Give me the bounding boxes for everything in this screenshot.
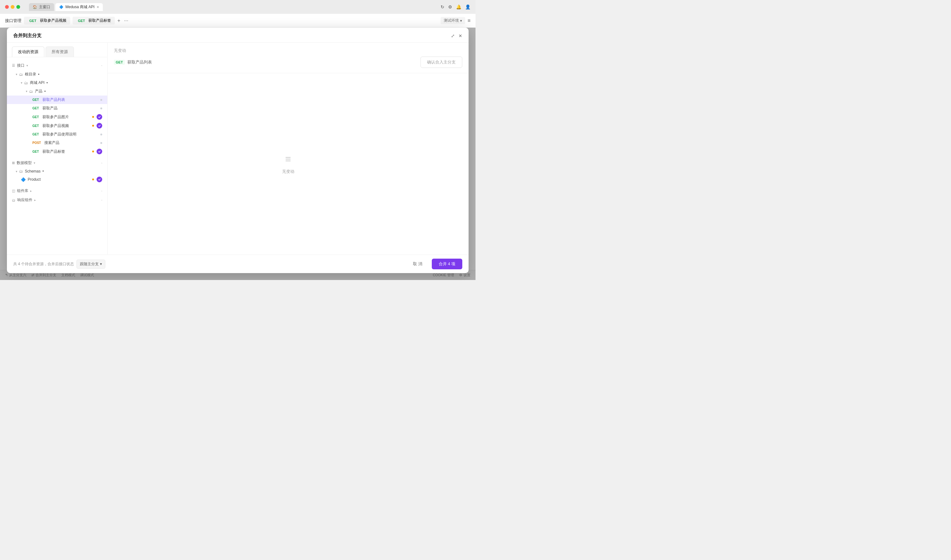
- tree-mallapi-folder[interactable]: ▾ 🗂 商城 API •: [7, 78, 107, 87]
- interface-dot: •: [101, 64, 102, 67]
- tree-schemas-folder[interactable]: ▾ 🗂 Schemas •: [7, 168, 107, 175]
- modal-title: 合并到主分支: [13, 33, 42, 38]
- tree-item-get-product-tags[interactable]: GET 获取产品标签: [7, 147, 107, 156]
- endpoint1-path: 获取参产品视频: [40, 18, 66, 23]
- toolbar-endpoint2[interactable]: GET 获取产品标签: [72, 17, 115, 25]
- avatar-icon[interactable]: 👤: [465, 5, 470, 9]
- datamodel-label: 数据模型: [17, 160, 32, 166]
- tab-all-resources[interactable]: 所有资源: [46, 46, 74, 57]
- item6-dot: [100, 142, 102, 144]
- traffic-lights: [5, 5, 20, 9]
- tab-main-window[interactable]: 🏠 主窗口: [29, 3, 54, 11]
- datamodel-icon: ⊞: [12, 161, 15, 165]
- mallapi-label: 商城 API: [30, 80, 45, 86]
- tree-products-folder[interactable]: ▾ 🗂 产品 •: [7, 87, 107, 95]
- item7-check: [97, 149, 102, 154]
- component-icon: ◫: [12, 189, 15, 193]
- merge-button[interactable]: 合并 4 项: [432, 258, 462, 269]
- post-badge-1: POST: [31, 141, 42, 145]
- item4-indicators: [92, 123, 102, 129]
- tree-item-get-product[interactable]: GET 获取产品: [7, 104, 107, 112]
- response-section-header[interactable]: 🗂 响应组件 ▸ •: [7, 195, 107, 205]
- component-dot: •: [101, 189, 102, 192]
- interface-section-header[interactable]: ☰ 接口 ▾ •: [7, 61, 107, 70]
- get-product-instructions-label: 获取参产品使用说明: [42, 132, 76, 137]
- no-change-label: 无变动: [114, 48, 462, 54]
- item6-indicators: [100, 142, 102, 144]
- products-chevron-icon: ▾: [26, 89, 27, 93]
- cancel-button[interactable]: 取 消: [407, 258, 428, 269]
- toolbar-endpoint1[interactable]: GET 获取参产品视频: [24, 17, 70, 25]
- mallapi-chevron-icon: ▾: [21, 81, 22, 85]
- get-product-images-label: 获取参产品图片: [42, 114, 69, 120]
- branch-selector[interactable]: 跟随主分支 ▾: [76, 260, 105, 269]
- env-chevron-icon: ▾: [460, 18, 462, 23]
- tab-api-label: Medusa 商城 API: [65, 5, 95, 10]
- modal-close-button[interactable]: ✕: [459, 33, 462, 38]
- endpoint-method-label: GET: [114, 60, 125, 65]
- products-dot: •: [44, 89, 46, 94]
- close-traffic-light[interactable]: [5, 5, 9, 9]
- datamodel-section-header[interactable]: ⊞ 数据模型 ▾ •: [7, 158, 107, 168]
- get-product-tags-label: 获取产品标签: [42, 149, 65, 154]
- env-selector[interactable]: 测试环境 ▾: [441, 17, 465, 24]
- tab-close-icon[interactable]: ✕: [97, 5, 99, 9]
- tab-changed-resources[interactable]: 改动的资源: [12, 46, 44, 57]
- tree-item-get-product-videos[interactable]: GET 获取参产品视频: [7, 121, 107, 130]
- get-badge-1: GET: [31, 98, 40, 102]
- item4-dot: [92, 125, 94, 127]
- toolbar-menu-icon[interactable]: ≡: [468, 18, 470, 23]
- item1-dot: [100, 99, 102, 101]
- tab-api[interactable]: 🔷 Medusa 商城 API ✕: [55, 3, 103, 11]
- empty-state-section: ≡ 无变动: [108, 73, 469, 255]
- schemas-chevron-icon: ▾: [16, 170, 17, 173]
- maximize-traffic-light[interactable]: [16, 5, 20, 9]
- get-badge-4: GET: [31, 124, 40, 128]
- api-tab-icon: 🔷: [59, 5, 63, 9]
- branch-label: 跟随主分支: [80, 262, 99, 267]
- notification-icon[interactable]: 🔔: [456, 5, 461, 9]
- browser-chrome: 🏠 主窗口 🔷 Medusa 商城 API ✕ ↻ ⚙ 🔔 👤: [0, 0, 476, 14]
- modal-footer: 共 4 个待合并资源，合并后接口状态 跟随主分支 ▾ 取 消 合并 4 项: [7, 255, 469, 273]
- mallapi-dot: •: [46, 81, 48, 85]
- confirm-merge-button[interactable]: 确认合入主分支: [421, 57, 462, 68]
- schema-icon: 🔷: [21, 177, 26, 182]
- tree-root-folder[interactable]: ▾ 🗂 根目录 •: [7, 70, 107, 78]
- component-chevron: ▸: [30, 189, 32, 192]
- get-product-list-label: 获取产品列表: [42, 97, 65, 102]
- panel-tabs: 改动的资源 所有资源: [7, 43, 107, 57]
- item5-dot: [100, 134, 102, 135]
- tree-item-product-schema[interactable]: 🔷 Product: [7, 175, 107, 184]
- item3-dot: [92, 116, 94, 118]
- endpoint1-method: GET: [28, 18, 38, 23]
- get-product-videos-label: 获取参产品视频: [42, 123, 69, 129]
- home-icon: 🏠: [33, 5, 37, 9]
- get-badge-3: GET: [31, 115, 40, 119]
- item5-indicators: [100, 134, 102, 135]
- footer-info-text: 共 4 个待合并资源，合并后接口状态: [13, 262, 74, 267]
- add-tab-button[interactable]: +: [117, 18, 120, 23]
- minimize-traffic-light[interactable]: [11, 5, 14, 9]
- tree-item-get-product-images[interactable]: GET 获取参产品图片: [7, 112, 107, 121]
- expand-icon[interactable]: ⤢: [451, 33, 455, 38]
- tree-container: ☰ 接口 ▾ • ▾ 🗂 根目录 • ▾ 🗂: [7, 57, 107, 255]
- settings-icon[interactable]: ⚙: [448, 5, 452, 9]
- browser-actions: ↻ ⚙ 🔔 👤: [441, 5, 470, 9]
- tree-item-get-product-instructions[interactable]: GET 获取参产品使用说明: [7, 130, 107, 138]
- refresh-icon[interactable]: ↻: [441, 5, 444, 9]
- app-area: 接口管理 GET 获取参产品视频 GET 获取产品标签 + ··· 测试环境 ▾…: [0, 14, 476, 280]
- tree-item-post-search[interactable]: POST 搜索产品: [7, 138, 107, 147]
- component-section-header[interactable]: ◫ 组件库 ▸ •: [7, 186, 107, 195]
- item2-dot: [100, 108, 102, 109]
- more-tabs-button[interactable]: ···: [123, 18, 129, 23]
- toolbar: 接口管理 GET 获取参产品视频 GET 获取产品标签 + ··· 测试环境 ▾…: [0, 14, 476, 28]
- merge-modal: 合并到主分支 ⤢ ✕ 改动的资源 所有资源: [7, 28, 469, 273]
- item3-indicators: [92, 114, 102, 120]
- footer-left: 共 4 个待合并资源，合并后接口状态 跟随主分支 ▾: [13, 260, 105, 269]
- tree-item-get-product-list[interactable]: GET 获取产品列表: [7, 95, 107, 104]
- tab-bar: 🏠 主窗口 🔷 Medusa 商城 API ✕: [29, 3, 103, 11]
- root-folder-icon: 🗂: [19, 72, 23, 77]
- modal-header: 合并到主分支 ⤢ ✕: [7, 28, 469, 43]
- response-chevron: ▸: [34, 198, 36, 202]
- schemas-folder-icon: 🗂: [19, 169, 23, 174]
